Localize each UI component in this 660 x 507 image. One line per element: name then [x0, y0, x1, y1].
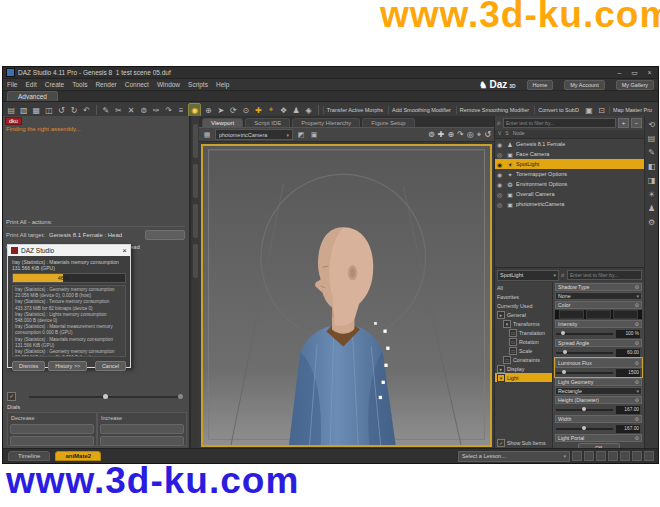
- new-node-icon[interactable]: ▤: [648, 134, 656, 143]
- gear-icon[interactable]: ⚙: [635, 340, 639, 346]
- gear-icon[interactable]: ⚙: [635, 435, 639, 441]
- side-tab[interactable]: [193, 244, 198, 278]
- merge-file-icon[interactable]: ▦: [31, 104, 42, 116]
- cursor-tool-icon[interactable]: ➤: [216, 104, 227, 116]
- edit-icon[interactable]: ✎: [648, 148, 655, 157]
- gear-icon[interactable]: ⚙: [635, 360, 639, 366]
- add-smoothing-modifier-button[interactable]: Add Smoothing Modifier: [388, 106, 454, 114]
- transfer-active-morphs-button[interactable]: Transfer Active Morphs: [323, 106, 386, 114]
- nav-favorites[interactable]: Favorites: [495, 292, 552, 301]
- menu-connect[interactable]: Connect: [125, 81, 149, 88]
- menu-help[interactable]: Help: [216, 81, 229, 88]
- camera-selector[interactable]: photometricCamera ▾: [215, 129, 293, 140]
- nav-rotation[interactable]: □Rotation: [495, 337, 552, 346]
- minimize-button[interactable]: –: [614, 69, 625, 77]
- nav-light[interactable]: ▾Light: [495, 373, 552, 382]
- lesson-step[interactable]: [584, 451, 594, 461]
- option-checkbox[interactable]: ✓: [7, 392, 16, 401]
- dial-slider[interactable]: [100, 424, 184, 434]
- nav-translation[interactable]: □Translation: [495, 328, 552, 337]
- settings-icon[interactable]: ⚙: [648, 218, 655, 227]
- scene-item-photometric-camera[interactable]: ◎ ▣ photometricCamera: [495, 199, 644, 209]
- luminous-flux-slider[interactable]: 1500: [555, 368, 642, 377]
- my-account-button[interactable]: My Account: [564, 80, 604, 90]
- lesson-step[interactable]: [572, 451, 582, 461]
- scene-item-tonemapper[interactable]: ◉ ✦ Tonemapper Options: [495, 169, 644, 179]
- render-log[interactable]: Iray (Statistics) : Geometry memory cons…: [12, 285, 126, 357]
- gear-icon[interactable]: ⚙: [635, 416, 639, 422]
- nav-currently-used[interactable]: Currently Used: [495, 301, 552, 310]
- visibility-eye-icon[interactable]: ◎: [497, 151, 504, 158]
- lesson-step[interactable]: [632, 451, 642, 461]
- side-tab[interactable]: [193, 164, 198, 198]
- render-icon[interactable]: ◈: [303, 104, 314, 116]
- rotate-view-icon[interactable]: ↷: [457, 130, 464, 140]
- delete-tool-icon[interactable]: ✕: [126, 104, 137, 116]
- scene-item-face-camera[interactable]: ◎ ▣ Face Camera: [495, 149, 644, 159]
- side-tab[interactable]: [193, 124, 198, 158]
- undo-icon[interactable]: ↺: [56, 104, 67, 116]
- width-slider[interactable]: 167.00: [555, 424, 642, 433]
- visibility-eye-icon[interactable]: ◉: [497, 161, 504, 168]
- pan-icon[interactable]: ✚: [438, 130, 445, 140]
- light-geometry-dropdown[interactable]: Rectangle▾: [555, 387, 642, 395]
- tab-script-ide[interactable]: Script IDE: [245, 118, 290, 127]
- dialog-close-icon[interactable]: ×: [122, 246, 127, 255]
- visibility-eye-icon[interactable]: ◎: [497, 191, 504, 198]
- params-filter-input[interactable]: Enter text to filter by...: [567, 270, 642, 280]
- aim-tool-icon[interactable]: ⌖: [266, 104, 277, 116]
- gear-icon[interactable]: ⚙: [635, 284, 639, 290]
- intensity-slider[interactable]: 100 %: [555, 329, 642, 338]
- nav-transforms[interactable]: ▾Transforms: [495, 319, 552, 328]
- tab-property-hierarchy[interactable]: Property Hierarchy: [292, 118, 360, 127]
- home-button[interactable]: Home: [527, 80, 554, 90]
- aim-icon[interactable]: ⌖: [477, 130, 482, 140]
- lesson-step[interactable]: [596, 451, 606, 461]
- node-selector-dropdown[interactable]: SpotLight ▾: [497, 270, 559, 281]
- universal-tool-icon[interactable]: ✚: [253, 104, 264, 116]
- node-selection-tool-icon[interactable]: ◉: [188, 103, 201, 117]
- open-file-icon[interactable]: ▧: [19, 104, 30, 116]
- orbit-icon[interactable]: ⊚: [428, 130, 435, 140]
- visibility-eye-icon[interactable]: ◉: [497, 181, 504, 188]
- undo-history-icon[interactable]: ⟲: [648, 120, 655, 129]
- height-slider[interactable]: 167.00: [555, 405, 642, 414]
- new-file-icon[interactable]: ▤: [6, 104, 17, 116]
- menu-window[interactable]: Window: [157, 81, 180, 88]
- iray-preview-icon[interactable]: ▣: [584, 104, 595, 116]
- remove-smoothing-modifier-button[interactable]: Remove Smoothing Modifier: [456, 106, 532, 114]
- scene-item-environment[interactable]: ◉ ❂ Environment Options: [495, 179, 644, 189]
- select-lesson-dropdown[interactable]: Select a Lesson... ▾: [458, 451, 570, 462]
- layers-icon[interactable]: ◧: [648, 162, 656, 171]
- nav-all[interactable]: All: [495, 283, 552, 292]
- lesson-step[interactable]: [620, 451, 630, 461]
- redo-icon[interactable]: ↻: [69, 104, 80, 116]
- save-icon[interactable]: ◫: [44, 104, 55, 116]
- show-sub-items-checkbox[interactable]: ✓: [497, 439, 505, 447]
- shadow-type-dropdown[interactable]: None▾: [555, 292, 642, 300]
- color-r-field[interactable]: [559, 310, 584, 319]
- brush-tool-icon[interactable]: ✑: [151, 104, 162, 116]
- menu-edit[interactable]: Edit: [25, 81, 36, 88]
- sphere-tool-icon[interactable]: ⊕: [203, 104, 214, 116]
- maximize-button[interactable]: ▭: [629, 69, 640, 77]
- close-button[interactable]: ×: [644, 69, 655, 77]
- left-pane-tab[interactable]: dku: [5, 117, 22, 125]
- zoom-icon[interactable]: ⊕: [447, 130, 454, 140]
- draw-style-icon[interactable]: ◩: [296, 131, 306, 139]
- cancel-button[interactable]: Cancel: [95, 361, 126, 371]
- cut-tool-icon[interactable]: ✂: [113, 104, 124, 116]
- pose-icon[interactable]: ♟: [648, 204, 655, 213]
- back-icon[interactable]: ↶: [81, 104, 92, 116]
- tab-figure-setup[interactable]: Figure Setup: [362, 118, 414, 127]
- light-icon[interactable]: ☀: [648, 190, 655, 199]
- posing-tool-icon[interactable]: ♟: [291, 104, 302, 116]
- viewport-mode-icon[interactable]: ▦: [202, 131, 212, 139]
- dismiss-button[interactable]: Dismiss: [12, 361, 45, 371]
- dial-slider[interactable]: [10, 436, 94, 446]
- lesson-step[interactable]: [644, 451, 654, 461]
- reset-view-icon[interactable]: ↺: [484, 130, 491, 140]
- tab-timeline[interactable]: Timeline: [8, 451, 50, 461]
- scene-tool-icon[interactable]: ✎: [101, 104, 112, 116]
- scale-gizmo-icon[interactable]: ⊙: [241, 104, 252, 116]
